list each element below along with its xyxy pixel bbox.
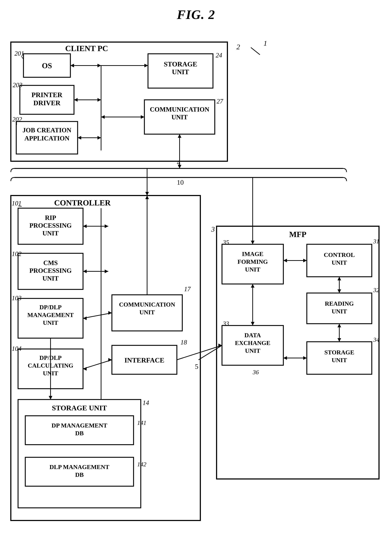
svg-text:EXCHANGE: EXCHANGE bbox=[235, 340, 270, 346]
svg-marker-150 bbox=[251, 322, 254, 326]
svg-text:UNIT: UNIT bbox=[42, 275, 59, 282]
svg-line-51 bbox=[19, 206, 22, 206]
svg-text:5: 5 bbox=[195, 363, 198, 370]
svg-rect-92 bbox=[222, 244, 283, 284]
svg-text:DATA: DATA bbox=[244, 332, 261, 338]
svg-text:PROCESSING: PROCESSING bbox=[29, 267, 72, 274]
svg-marker-132 bbox=[145, 196, 149, 199]
svg-rect-110 bbox=[307, 342, 372, 374]
svg-text:INTERFACE: INTERFACE bbox=[125, 356, 164, 364]
svg-text:CONTROLLER: CONTROLLER bbox=[54, 198, 111, 207]
svg-text:17: 17 bbox=[184, 285, 191, 293]
svg-marker-154 bbox=[251, 241, 254, 244]
svg-text:1: 1 bbox=[263, 39, 267, 47]
svg-text:DB: DB bbox=[75, 430, 84, 436]
svg-rect-56 bbox=[18, 253, 83, 289]
svg-marker-134 bbox=[218, 344, 222, 347]
svg-rect-71 bbox=[112, 295, 182, 331]
svg-text:STORAGE: STORAGE bbox=[164, 60, 197, 68]
diagram: CLIENT PC 2 1 OS 201 PRINTER DRIVER 203 … bbox=[0, 28, 392, 538]
svg-text:18: 18 bbox=[181, 339, 187, 346]
svg-marker-28 bbox=[144, 64, 148, 67]
svg-text:14: 14 bbox=[143, 399, 149, 406]
svg-text:DP/DLP: DP/DLP bbox=[40, 354, 62, 361]
svg-rect-105 bbox=[222, 326, 283, 365]
svg-text:103: 103 bbox=[12, 295, 22, 302]
svg-marker-137 bbox=[283, 259, 287, 262]
svg-text:2: 2 bbox=[236, 43, 240, 51]
svg-rect-78 bbox=[18, 400, 141, 508]
svg-text:UNIT: UNIT bbox=[172, 68, 189, 76]
svg-rect-85 bbox=[25, 457, 134, 486]
svg-rect-0 bbox=[11, 42, 227, 161]
svg-marker-43 bbox=[178, 134, 181, 138]
svg-text:COMMUNICATION: COMMUNICATION bbox=[150, 106, 209, 113]
svg-text:UNIT: UNIT bbox=[331, 308, 347, 315]
svg-line-121 bbox=[83, 313, 112, 318]
svg-marker-117 bbox=[105, 225, 108, 228]
svg-text:STORAGE UNIT: STORAGE UNIT bbox=[52, 404, 107, 412]
svg-line-8 bbox=[21, 56, 23, 59]
svg-line-133 bbox=[177, 345, 222, 360]
svg-text:UNIT: UNIT bbox=[42, 230, 59, 237]
svg-marker-158 bbox=[145, 192, 149, 196]
svg-text:UNIT: UNIT bbox=[43, 370, 58, 377]
svg-text:DP/DLP: DP/DLP bbox=[40, 304, 62, 310]
svg-marker-129 bbox=[49, 396, 52, 400]
svg-rect-19 bbox=[148, 54, 213, 88]
svg-text:FORMING: FORMING bbox=[238, 258, 268, 265]
svg-marker-39 bbox=[141, 115, 144, 119]
svg-text:141: 141 bbox=[137, 419, 146, 426]
svg-marker-126 bbox=[108, 358, 112, 362]
svg-marker-144 bbox=[337, 338, 341, 342]
svg-text:MANAGEMENT: MANAGEMENT bbox=[28, 312, 74, 318]
svg-rect-5 bbox=[23, 54, 70, 77]
svg-marker-119 bbox=[83, 270, 87, 273]
svg-text:DRIVER: DRIVER bbox=[33, 99, 61, 107]
svg-text:UNIT: UNIT bbox=[245, 266, 260, 273]
svg-text:102: 102 bbox=[12, 250, 22, 257]
svg-rect-23 bbox=[144, 100, 215, 134]
svg-text:APPLICATION: APPLICATION bbox=[24, 135, 69, 142]
svg-text:IMAGE: IMAGE bbox=[242, 251, 263, 257]
svg-text:STORAGE: STORAGE bbox=[324, 349, 354, 356]
svg-text:CMS: CMS bbox=[43, 259, 58, 267]
svg-text:PRINTER: PRINTER bbox=[31, 91, 62, 98]
svg-text:DLP MANAGEMENT: DLP MANAGEMENT bbox=[49, 464, 109, 470]
svg-text:COMMUNICATION: COMMUNICATION bbox=[119, 301, 175, 308]
svg-text:3: 3 bbox=[211, 225, 215, 233]
svg-text:UNIT: UNIT bbox=[172, 114, 188, 121]
svg-rect-66 bbox=[18, 349, 83, 389]
svg-text:104: 104 bbox=[12, 345, 22, 352]
svg-rect-14 bbox=[16, 122, 78, 154]
svg-text:36: 36 bbox=[252, 369, 259, 375]
svg-marker-141 bbox=[337, 289, 341, 293]
svg-marker-120 bbox=[105, 270, 108, 273]
svg-line-151 bbox=[199, 345, 222, 360]
svg-text:201: 201 bbox=[14, 50, 24, 57]
svg-line-124 bbox=[83, 360, 112, 369]
svg-text:MFP: MFP bbox=[289, 230, 306, 239]
svg-text:33: 33 bbox=[223, 320, 229, 327]
svg-marker-37 bbox=[98, 136, 101, 140]
svg-text:READING: READING bbox=[325, 300, 354, 307]
svg-marker-143 bbox=[337, 324, 341, 327]
svg-text:PROCESSING: PROCESSING bbox=[29, 222, 72, 229]
svg-marker-149 bbox=[251, 284, 254, 288]
arrows-svg: CLIENT PC 2 1 OS 201 PRINTER DRIVER 203 … bbox=[0, 28, 392, 538]
svg-marker-146 bbox=[283, 356, 287, 360]
svg-marker-33 bbox=[74, 98, 78, 102]
svg-line-13 bbox=[20, 89, 20, 90]
svg-text:203: 203 bbox=[13, 81, 22, 89]
svg-text:UNIT: UNIT bbox=[245, 347, 260, 354]
svg-marker-156 bbox=[98, 64, 101, 67]
svg-text:RIP: RIP bbox=[45, 214, 56, 221]
svg-marker-147 bbox=[303, 356, 307, 360]
svg-rect-101 bbox=[307, 293, 372, 324]
svg-marker-122 bbox=[83, 317, 87, 320]
svg-marker-116 bbox=[83, 225, 87, 228]
svg-marker-42 bbox=[178, 165, 181, 168]
svg-text:31: 31 bbox=[373, 238, 379, 245]
svg-text:35: 35 bbox=[223, 239, 229, 246]
svg-marker-125 bbox=[83, 367, 87, 371]
